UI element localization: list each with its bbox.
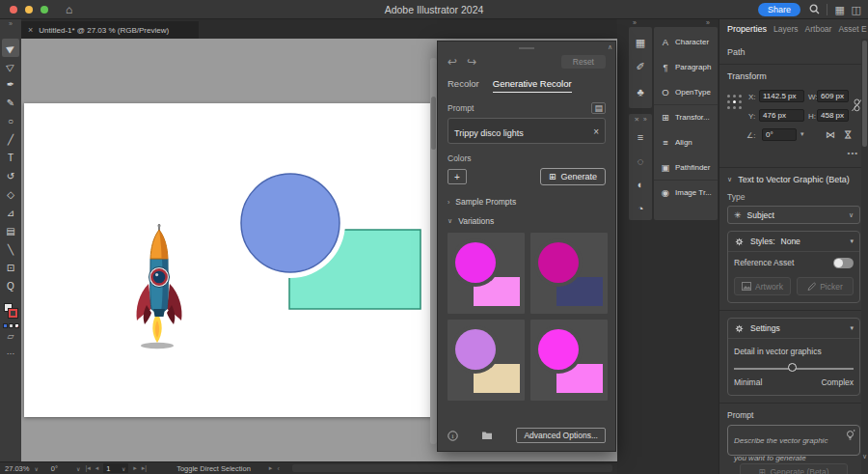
reference-asset-toggle[interactable] [833, 258, 854, 268]
properties-scrollbar[interactable]: ∨ [861, 39, 868, 474]
styles-select[interactable]: Styles: None ▾ [734, 232, 854, 251]
sample-prompts-toggle[interactable]: › Sample Prompts [448, 197, 606, 207]
x-field[interactable]: 1142.5 px [759, 90, 804, 102]
tool-curvature[interactable]: ✎ [2, 94, 19, 112]
status-play-icon[interactable]: ▸ [269, 464, 273, 472]
angle-field[interactable]: 0° [762, 128, 797, 141]
undo-icon[interactable]: ↩ [448, 55, 457, 69]
panel-button-image-trace[interactable]: ◉ Image Tr... [654, 180, 718, 205]
w-field[interactable]: 609 px [817, 90, 849, 102]
workspace-icon[interactable]: ▦ [835, 0, 845, 19]
variations-toggle[interactable]: ∨ Variations [448, 216, 606, 226]
tab-layers[interactable]: Layers [773, 24, 799, 34]
next-artboard-icon[interactable]: ▸ [133, 464, 137, 472]
close-window-button[interactable] [10, 6, 17, 14]
prompt-history-icon[interactable]: ▤ [591, 102, 606, 114]
scroll-down-icon[interactable]: ∨ [861, 453, 868, 460]
tool-rotate[interactable]: ↺ [2, 167, 19, 185]
artwork-button[interactable]: Artwork [734, 277, 791, 295]
h-field[interactable]: 458 px [817, 109, 849, 122]
dock-collapse-icon[interactable]: » [633, 19, 637, 26]
save-to-library-icon[interactable] [481, 431, 493, 440]
panel-button-transform[interactable]: ⊞ Transfor... [654, 104, 718, 129]
generate-beta-button[interactable]: ⊞ Generate (Beta) [740, 463, 848, 474]
reference-point-selector[interactable] [727, 95, 743, 110]
tool-selection[interactable]: ▶ [2, 39, 19, 57]
tool-direct-selection[interactable]: ▷ [2, 57, 19, 75]
tool-type[interactable]: T [2, 149, 19, 167]
variation-thumbnail-1[interactable] [448, 233, 525, 314]
subject-select[interactable]: ✳ Subject ∨ [727, 206, 860, 224]
artboard-number-field[interactable]: 1 ∨ [103, 463, 128, 473]
toolbar-collapse-icon[interactable]: » [0, 19, 21, 39]
rotation-value[interactable]: 0° [51, 464, 58, 473]
none-chip[interactable] [14, 323, 19, 328]
variation-thumbnail-4[interactable] [530, 320, 608, 401]
tool-eraser[interactable]: ◇ [2, 185, 19, 204]
panel-grip[interactable] [519, 47, 534, 49]
flip-vertical-icon[interactable]: ⋈ [843, 130, 854, 140]
minimize-window-button[interactable] [25, 6, 33, 14]
advanced-options-button[interactable]: Advanced Options... [516, 428, 606, 443]
symbols-panel-icon[interactable]: ♣ [629, 79, 652, 103]
first-artboard-icon[interactable]: |◂ [85, 464, 90, 472]
stroke-panel-icon[interactable]: ≡ [629, 125, 652, 150]
search-icon[interactable] [809, 4, 820, 14]
suggestion-bulb-icon[interactable] [845, 430, 855, 441]
tab-recolor[interactable]: Recolor [448, 78, 479, 93]
zoom-level[interactable]: 27.03% [5, 464, 29, 473]
reset-button[interactable]: Reset [561, 55, 606, 69]
tool-zoom[interactable]: Q [2, 277, 19, 295]
tab-generative-recolor[interactable]: Generative Recolor [493, 78, 572, 93]
panel-button-opentype[interactable]: O OpenType [654, 79, 718, 104]
tool-pen[interactable]: ✒ [2, 75, 19, 94]
zoom-dropdown-icon[interactable]: ∨ [34, 465, 38, 472]
detail-slider[interactable] [734, 362, 854, 376]
more-tools-icon[interactable]: … [2, 344, 19, 359]
fill-stroke-indicator[interactable] [4, 303, 17, 318]
horizontal-scrollbar[interactable] [292, 464, 612, 472]
info-icon[interactable]: i [448, 431, 458, 441]
stroke-swatch[interactable] [9, 309, 17, 318]
generate-button[interactable]: ⊞ Generate [540, 168, 606, 185]
scrollbar-thumb[interactable] [431, 97, 436, 150]
panel-button-pathfinder[interactable]: ▣ Pathfinder [654, 154, 718, 180]
tool-paintbrush[interactable]: ╱ [2, 130, 19, 149]
scrollbar-thumb[interactable] [862, 41, 867, 147]
ttv-section-header[interactable]: ∨ Text to Vector Graphic (Beta) [727, 175, 860, 184]
tab-properties[interactable]: Properties [727, 24, 767, 34]
tool-shape[interactable]: ○ [2, 112, 19, 130]
variation-thumbnail-3[interactable] [448, 320, 525, 401]
gradient-panel-icon[interactable]: ◐ [629, 173, 652, 197]
picker-button[interactable]: Picker [797, 277, 854, 295]
tab-artboards[interactable]: Artboar [805, 24, 832, 34]
more-options-icon[interactable]: ••• [848, 149, 858, 157]
redo-icon[interactable]: ↪ [467, 55, 476, 69]
brushes-panel-icon[interactable]: ✐ [629, 55, 652, 79]
swatches-panel-icon[interactable]: ▦ [629, 31, 652, 55]
slider-knob[interactable] [788, 363, 797, 372]
blue-circle[interactable] [241, 174, 339, 272]
tool-scale[interactable]: ⊿ [2, 204, 19, 222]
tool-artboard[interactable]: ⊡ [2, 259, 19, 277]
zoom-window-button[interactable] [41, 6, 48, 14]
scroll-up-icon[interactable]: ∧ [608, 43, 612, 51]
panel-button-align[interactable]: ≡ Align [654, 129, 718, 154]
home-icon[interactable]: ⌂ [66, 0, 72, 19]
close-dock-icon[interactable]: ✕ [634, 116, 638, 124]
previous-artboard-icon[interactable]: ◂ [95, 464, 99, 472]
ttv-prompt-textarea[interactable]: Describe the vector graphic you want to … [727, 425, 860, 456]
tab-asset-export[interactable]: Asset E [838, 24, 866, 34]
document-tab[interactable]: × Untitled-1* @ 27.03 % (RGB/Preview) [21, 21, 199, 39]
panel-button-paragraph[interactable]: ¶ Paragraph [654, 54, 718, 79]
last-artboard-icon[interactable]: ▸| [142, 464, 147, 472]
dock-collapse-icon[interactable]: » [706, 19, 710, 26]
add-color-button[interactable]: + [448, 169, 467, 184]
appearance-panel-icon[interactable]: ◔ [629, 196, 652, 220]
screen-mode-icon[interactable]: ▱ [2, 328, 19, 344]
y-field[interactable]: 476 px [759, 109, 804, 122]
share-button[interactable]: Share [758, 3, 800, 16]
panel-button-character[interactable]: A Character [654, 29, 718, 54]
collapse-dock-icon[interactable]: » [643, 116, 647, 123]
scroll-left-icon[interactable]: ‹ [277, 465, 279, 472]
